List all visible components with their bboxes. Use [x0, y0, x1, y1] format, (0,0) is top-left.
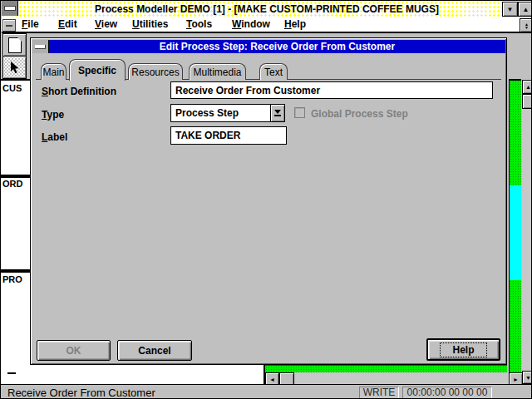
lane-color-strip [509, 79, 521, 372]
horizontal-scrollbar[interactable]: ◄ ► [265, 372, 522, 384]
type-combobox[interactable]: Process Step [170, 104, 285, 122]
help-button-label: Help [441, 343, 485, 357]
vertical-scroll-thumb[interactable] [522, 94, 532, 109]
cancel-button[interactable]: Cancel [117, 340, 192, 361]
window-titlebar: Process Modeller DEMO [1] - [MAKE CUSTOM… [2, 1, 532, 17]
mdi-minus-icon [6, 25, 12, 27]
status-mode-badge: WRITE [359, 387, 399, 399]
menu-tools[interactable]: Tools [186, 18, 212, 30]
scroll-down-button[interactable]: ▼ [522, 371, 532, 384]
mdi-restore-button[interactable]: ▲ ▼ [520, 18, 532, 32]
mdi-child-system-button[interactable] [2, 19, 16, 32]
type-label: Type [42, 109, 64, 121]
tab-text[interactable]: Text [259, 63, 288, 80]
scroll-up-button[interactable]: ▲ [522, 80, 532, 94]
window-title: Process Modeller DEMO [1] - [MAKE CUSTOM… [2, 3, 532, 15]
global-process-step-checkbox[interactable] [294, 107, 305, 118]
tab-specific[interactable]: Specific [69, 59, 126, 81]
type-combobox-value: Process Step [175, 107, 239, 119]
menu-utilities[interactable]: Utilities [132, 18, 168, 30]
system-menu-icon [4, 6, 16, 11]
system-menu-button[interactable] [2, 1, 18, 16]
pointer-tool-button[interactable] [2, 56, 27, 79]
application-window: Process Modeller DEMO [1] - [MAKE CUSTOM… [0, 0, 532, 399]
lane-label-ord: ORD [2, 179, 22, 189]
tab-resources[interactable]: Resources [128, 63, 183, 80]
scroll-down-icon: ▼ [525, 375, 531, 381]
pointer-arrow-icon [9, 61, 20, 75]
combobox-dropdown-button[interactable] [270, 105, 284, 121]
maximize-icon: ▲ [523, 6, 530, 13]
scroll-right-icon: ► [513, 377, 519, 382]
tab-main[interactable]: Main [41, 63, 66, 80]
status-message: Receive Order From Customer [7, 387, 155, 399]
tab-multimedia[interactable]: Multimedia [189, 63, 246, 80]
menu-help[interactable]: Help [284, 18, 306, 30]
scroll-left-icon: ◄ [269, 377, 275, 382]
global-process-step-label: Global Process Step [311, 108, 408, 120]
edit-process-step-dialog: Edit Process Step: Receive Order From Cu… [30, 37, 507, 365]
minimize-button[interactable]: ▼ [502, 2, 518, 17]
vertical-scrollbar[interactable]: ▲ ▼ [522, 79, 532, 384]
help-button[interactable]: Help [426, 338, 500, 361]
lane-color-cyan [510, 185, 521, 280]
menu-view[interactable]: View [95, 18, 117, 30]
canvas-dash [7, 372, 16, 374]
dialog-minus-icon [35, 45, 46, 49]
short-definition-input[interactable]: Receive Order From Customer [170, 81, 493, 99]
dialog-system-menu-button[interactable] [32, 40, 49, 53]
ok-button[interactable]: OK [37, 340, 111, 361]
scroll-up-icon: ▲ [525, 84, 531, 90]
label-input[interactable]: TAKE ORDER [170, 126, 287, 145]
menu-bar: File Edit View Utilities Tools Window He… [2, 17, 532, 33]
dropdown-arrow-icon [274, 110, 281, 114]
lane-label-cus: CUS [2, 83, 22, 93]
maximize-button[interactable]: ▲ [518, 2, 532, 17]
minimize-icon: ▼ [507, 6, 514, 13]
restore-down-icon: ▼ [525, 26, 529, 29]
canvas-bottom-strip [265, 365, 507, 372]
lane-label-pro: PRO [2, 274, 22, 284]
status-bar: Receive Order From Customer WRITE 00:00:… [1, 384, 532, 399]
new-diagram-button[interactable] [2, 33, 27, 57]
dropdown-arrow-bar [274, 115, 281, 116]
dialog-title: Edit Process Step: Receive Order From Cu… [49, 40, 505, 53]
menu-edit[interactable]: Edit [58, 18, 77, 30]
new-document-icon [8, 37, 22, 53]
short-definition-label: Short Definition [42, 86, 116, 97]
label-label: Label [42, 131, 67, 143]
status-timer: 00:00:00 00 00 00 [402, 387, 492, 399]
menu-file[interactable]: File [22, 18, 39, 30]
menu-window[interactable]: Window [232, 18, 270, 30]
